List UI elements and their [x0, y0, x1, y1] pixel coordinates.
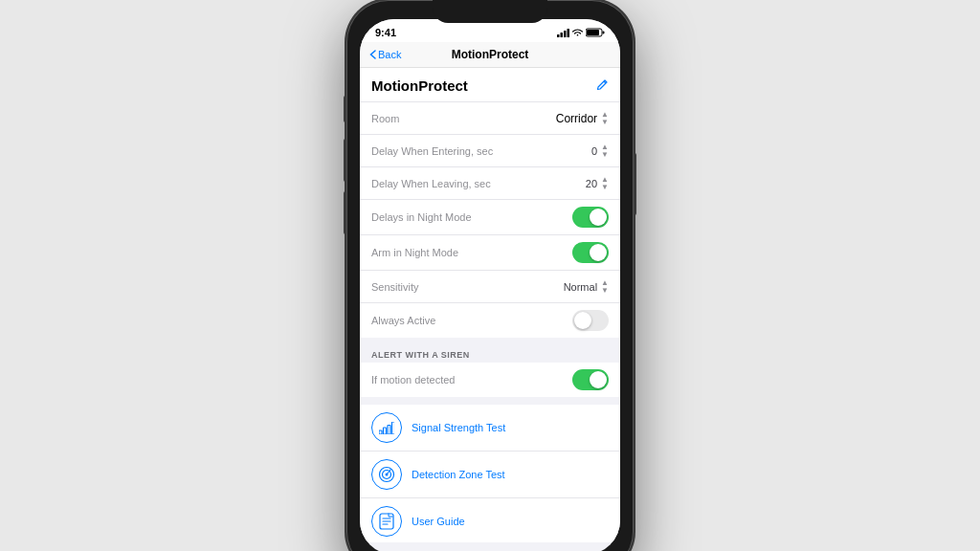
svg-rect-1 — [561, 33, 564, 37]
document-icon — [379, 513, 394, 530]
screen: 9:41 — [360, 19, 620, 551]
svg-rect-3 — [568, 29, 570, 37]
wifi-icon — [572, 29, 583, 37]
user-guide-icon — [371, 506, 402, 537]
delay-leaving-row[interactable]: Delay When Leaving, sec 20 ▲ ▼ — [360, 167, 620, 200]
svg-rect-7 — [379, 430, 382, 434]
svg-rect-8 — [384, 428, 387, 434]
delays-night-mode-label: Delays in Night Mode — [371, 211, 472, 223]
device-header: MotionProtect — [360, 68, 620, 102]
back-button[interactable]: Back — [369, 49, 401, 60]
room-value: Corridor ▲ ▼ — [556, 111, 609, 126]
svg-rect-5 — [587, 30, 599, 35]
always-active-row[interactable]: Always Active — [360, 303, 620, 338]
detection-zone-label: Detection Zone Test — [412, 469, 505, 480]
content-area: MotionProtect Room Corridor — [360, 68, 620, 542]
arm-night-mode-row[interactable]: Arm in Night Mode — [360, 235, 620, 271]
alert-section-rows: If motion detected — [360, 363, 620, 397]
arm-night-mode-toggle[interactable] — [572, 242, 609, 263]
nav-title: MotionProtect — [452, 48, 529, 61]
back-label: Back — [378, 49, 401, 60]
alert-section-header: Alert With A Siren — [360, 345, 620, 363]
room-row[interactable]: Room Corridor ▲ ▼ — [360, 102, 620, 135]
volume-up-button[interactable] — [344, 139, 346, 182]
pencil-icon — [596, 78, 609, 91]
radar-icon — [378, 466, 395, 483]
detection-zone-icon — [371, 459, 402, 490]
detection-zone-test-row[interactable]: Detection Zone Test — [360, 452, 620, 498]
svg-rect-9 — [388, 425, 390, 434]
signal-strength-icon — [371, 412, 402, 443]
sensitivity-label: Sensitivity — [371, 281, 419, 293]
device-header-section: MotionProtect Room Corridor — [360, 68, 620, 338]
status-icons — [557, 28, 605, 37]
if-motion-detected-row[interactable]: If motion detected — [360, 363, 620, 397]
user-guide-label: User Guide — [412, 516, 465, 527]
delay-entering-stepper[interactable]: ▲ ▼ — [601, 143, 609, 159]
svg-rect-10 — [392, 422, 395, 434]
if-motion-detected-toggle[interactable] — [572, 369, 609, 390]
signal-bars-icon — [379, 422, 394, 434]
user-guide-row[interactable]: User Guide — [360, 498, 620, 542]
sensitivity-picker-arrows: ▲ ▼ — [601, 279, 609, 295]
delay-leaving-value: 20 ▲ ▼ — [586, 176, 609, 191]
device-name: MotionProtect — [371, 77, 468, 94]
nav-bar: Back MotionProtect — [360, 42, 620, 68]
always-active-label: Always Active — [371, 315, 435, 326]
status-time: 9:41 — [375, 27, 396, 38]
battery-icon — [586, 28, 605, 37]
delay-entering-label: Delay When Entering, sec — [371, 145, 493, 157]
signal-strength-label: Signal Strength Test — [412, 422, 505, 433]
svg-rect-0 — [557, 34, 560, 37]
action-section: Signal Strength Test Detection Zone Test — [360, 405, 620, 542]
edit-icon[interactable] — [596, 78, 609, 94]
svg-rect-2 — [564, 31, 567, 37]
alert-section: Alert With A Siren If motion detected — [360, 345, 620, 397]
status-bar: 9:41 — [360, 19, 620, 42]
back-chevron-icon — [369, 50, 376, 59]
delays-night-mode-toggle[interactable] — [572, 207, 609, 228]
always-active-toggle[interactable] — [572, 310, 609, 331]
signal-strength-test-row[interactable]: Signal Strength Test — [360, 405, 620, 452]
delay-leaving-label: Delay When Leaving, sec — [371, 178, 491, 189]
arm-night-mode-label: Arm in Night Mode — [371, 247, 458, 258]
sensitivity-value: Normal ▲ ▼ — [564, 279, 609, 295]
delay-entering-row[interactable]: Delay When Entering, sec 0 ▲ ▼ — [360, 135, 620, 167]
signal-icon — [557, 29, 569, 37]
if-motion-detected-label: If motion detected — [371, 374, 455, 386]
room-picker-arrows: ▲ ▼ — [601, 111, 609, 126]
mute-button[interactable] — [344, 96, 346, 122]
sensitivity-row[interactable]: Sensitivity Normal ▲ ▼ — [360, 271, 620, 303]
room-label: Room — [371, 113, 399, 124]
delays-night-mode-row[interactable]: Delays in Night Mode — [360, 200, 620, 235]
volume-down-button[interactable] — [344, 191, 346, 234]
delay-leaving-stepper[interactable]: ▲ ▼ — [601, 176, 609, 191]
delay-entering-value: 0 ▲ ▼ — [591, 143, 609, 159]
phone-frame: 9:41 — [346, 0, 634, 551]
power-button[interactable] — [634, 153, 636, 215]
svg-rect-6 — [603, 32, 605, 34]
